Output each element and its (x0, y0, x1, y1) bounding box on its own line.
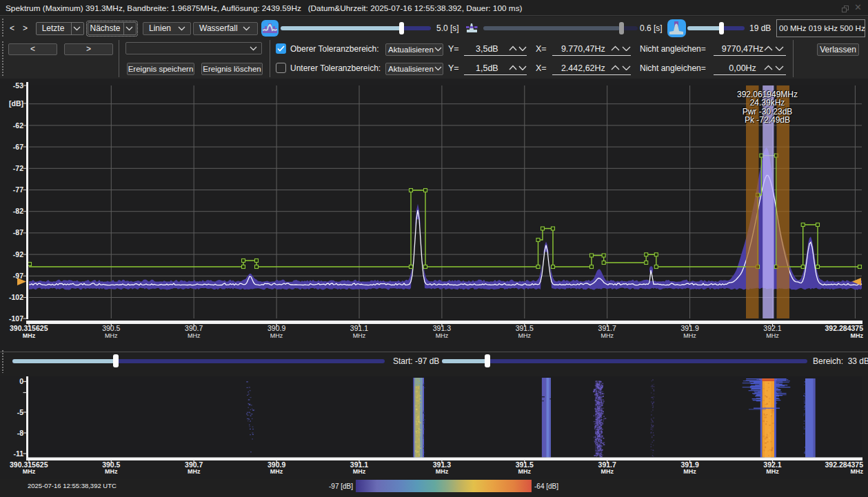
svg-text:392.284375: 392.284375 (825, 460, 864, 469)
svg-text:391.5: 391.5 (516, 460, 534, 469)
svg-text:391.5: 391.5 (516, 324, 534, 332)
svg-text:392.1: 392.1 (763, 460, 781, 469)
svg-text:Pk -72.49dB: Pk -72.49dB (745, 115, 790, 125)
svg-text:390.9: 390.9 (268, 460, 285, 469)
svg-text:390.315625: 390.315625 (10, 324, 48, 332)
svg-text:MHz: MHz (436, 468, 449, 475)
svg-text:MHz: MHz (270, 332, 283, 339)
svg-text:-87: -87 (13, 228, 23, 236)
svg-text:390.9: 390.9 (268, 324, 285, 332)
svg-text:390.7: 390.7 (185, 460, 203, 469)
svg-text:390.5: 390.5 (102, 460, 120, 469)
svg-text:MHz: MHz (353, 468, 366, 475)
svg-text:391.7: 391.7 (598, 324, 616, 332)
svg-text:MHz: MHz (188, 468, 201, 475)
svg-text:-97: -97 (13, 272, 23, 280)
svg-text:-77: -77 (13, 185, 23, 194)
svg-text:MHz: MHz (353, 332, 366, 339)
svg-text:MHz: MHz (270, 468, 283, 475)
svg-text:390.7: 390.7 (185, 324, 203, 332)
svg-text:392.1: 392.1 (763, 324, 781, 332)
svg-text:-67: -67 (13, 143, 23, 151)
svg-text:391.1: 391.1 (350, 460, 368, 469)
svg-text:-92: -92 (13, 250, 23, 258)
svg-text:391.1: 391.1 (350, 324, 368, 332)
svg-text:MHz: MHz (518, 332, 532, 339)
svg-text:MHz: MHz (851, 332, 864, 339)
svg-text:MHz: MHz (105, 332, 118, 339)
svg-text:390.315625: 390.315625 (10, 460, 48, 469)
svg-text:MHz: MHz (600, 332, 614, 339)
svg-text:MHz: MHz (23, 468, 36, 475)
svg-text:MHz: MHz (766, 332, 779, 339)
svg-text:-102: -102 (9, 293, 23, 301)
svg-text:-11: -11 (13, 449, 23, 458)
svg-text:-5: -5 (17, 408, 23, 416)
svg-text:-53: -53 (13, 81, 23, 90)
svg-text:MHz: MHz (851, 468, 864, 475)
svg-text:MHz: MHz (188, 332, 201, 339)
svg-text:391.3: 391.3 (433, 460, 451, 469)
svg-text:391.9: 391.9 (680, 460, 698, 469)
svg-text:-62: -62 (13, 121, 23, 130)
svg-text:MHz: MHz (600, 468, 614, 475)
svg-text:MHz: MHz (105, 468, 118, 475)
svg-text:MHz: MHz (683, 332, 696, 339)
svg-text:MHz: MHz (436, 332, 449, 339)
svg-text:-107: -107 (9, 314, 23, 323)
svg-text:[dB]: [dB] (9, 99, 23, 108)
svg-text:MHz: MHz (518, 468, 532, 475)
svg-text:-8: -8 (17, 429, 23, 437)
svg-text:391.7: 391.7 (598, 460, 616, 469)
svg-text:MHz: MHz (766, 468, 779, 475)
svg-text:MHz: MHz (683, 468, 696, 475)
svg-text:392.284375: 392.284375 (825, 324, 864, 332)
svg-text:-82: -82 (13, 207, 23, 215)
svg-text:391.3: 391.3 (433, 324, 451, 332)
svg-text:0: 0 (19, 377, 23, 385)
svg-text:-72: -72 (13, 164, 23, 172)
svg-text:391.9: 391.9 (680, 324, 698, 332)
svg-text:MHz: MHz (23, 332, 36, 339)
svg-text:390.5: 390.5 (102, 324, 120, 332)
